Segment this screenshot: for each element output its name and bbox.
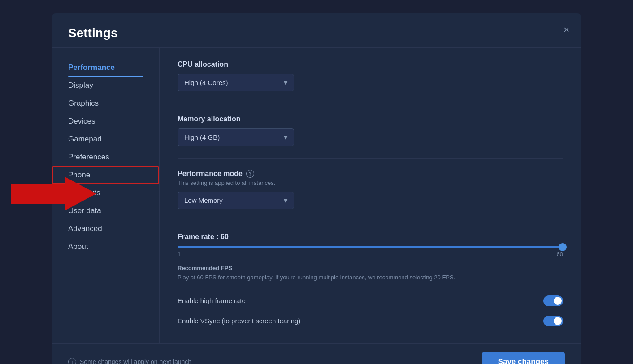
sidebar-item-display[interactable]: Display	[52, 77, 159, 94]
annotation-arrow	[11, 177, 96, 212]
frame-rate-slider-track	[178, 246, 563, 248]
performance-mode-select[interactable]: Low Memory High Performance Balanced	[178, 192, 294, 209]
performance-mode-label-text: Performance mode	[178, 170, 243, 178]
slider-max-label: 60	[557, 251, 563, 257]
vsync-toggle[interactable]	[543, 316, 563, 326]
frame-rate-slider-fill	[178, 246, 563, 248]
svg-marker-0	[11, 177, 96, 210]
high-frame-rate-label: Enable high frame rate	[178, 297, 246, 304]
vsync-toggle-knob	[554, 317, 562, 325]
dialog-title: Settings	[68, 26, 565, 40]
frame-rate-slider-thumb[interactable]	[559, 243, 567, 251]
cpu-allocation-select[interactable]: High (4 Cores) Medium (2 Cores) Low (1 C…	[178, 74, 294, 91]
footer-info-icon: i	[68, 358, 76, 364]
divider-cpu-memory	[178, 104, 563, 104]
close-button[interactable]: ×	[561, 22, 572, 38]
fps-info-title: Recommended FPS	[178, 265, 563, 271]
sidebar-item-preferences[interactable]: Preferences	[52, 148, 159, 166]
performance-mode-description: This setting is applied to all instances…	[178, 180, 563, 186]
sidebar-item-performance[interactable]: Performance	[52, 59, 159, 77]
vsync-row: Enable VSync (to prevent screen tearing)	[178, 311, 563, 331]
settings-dialog: Settings × Performance Display Graphics …	[52, 13, 581, 364]
main-content: CPU allocation High (4 Cores) Medium (2 …	[160, 48, 581, 343]
performance-mode-help-icon[interactable]: ?	[246, 170, 254, 178]
cpu-allocation-label: CPU allocation	[178, 60, 563, 69]
sidebar-item-graphics[interactable]: Graphics	[52, 94, 159, 112]
memory-select-wrapper: High (4 GB) Medium (2 GB) Low (1 GB) ▼	[178, 128, 294, 146]
divider-mode-framerate	[178, 222, 563, 222]
footer-note-text: Some changes will apply on next launch	[80, 358, 191, 364]
sidebar-item-about[interactable]: About	[52, 238, 159, 256]
high-frame-rate-toggle[interactable]	[543, 295, 563, 306]
divider-memory-mode	[178, 158, 563, 159]
memory-allocation-select[interactable]: High (4 GB) Medium (2 GB) Low (1 GB)	[178, 128, 294, 146]
slider-min-label: 1	[178, 251, 181, 257]
sidebar-item-advanced[interactable]: Advanced	[52, 220, 159, 238]
vsync-label: Enable VSync (to prevent screen tearing)	[178, 317, 300, 325]
memory-allocation-label: Memory allocation	[178, 115, 563, 123]
performance-mode-select-wrapper: Low Memory High Performance Balanced ▼	[178, 192, 294, 209]
dialog-header: Settings ×	[52, 13, 581, 48]
save-changes-button[interactable]: Save changes	[482, 352, 565, 364]
sidebar-item-devices[interactable]: Devices	[52, 112, 159, 130]
slider-range-labels: 1 60	[178, 251, 563, 257]
fps-info-text: Play at 60 FPS for smooth gameplay. If y…	[178, 273, 464, 282]
high-frame-rate-toggle-knob	[554, 297, 562, 305]
sidebar-item-gamepad[interactable]: Gamepad	[52, 130, 159, 148]
cpu-select-wrapper: High (4 Cores) Medium (2 Cores) Low (1 C…	[178, 74, 294, 91]
dialog-footer: i Some changes will apply on next launch…	[52, 343, 581, 364]
high-frame-rate-row: Enable high frame rate	[178, 291, 563, 311]
dialog-body: Performance Display Graphics Devices Gam…	[52, 48, 581, 343]
footer-note: i Some changes will apply on next launch	[68, 358, 191, 364]
performance-mode-section: Performance mode ?	[178, 170, 563, 178]
frame-rate-slider-container	[178, 246, 563, 248]
frame-rate-label: Frame rate : 60	[178, 233, 563, 241]
